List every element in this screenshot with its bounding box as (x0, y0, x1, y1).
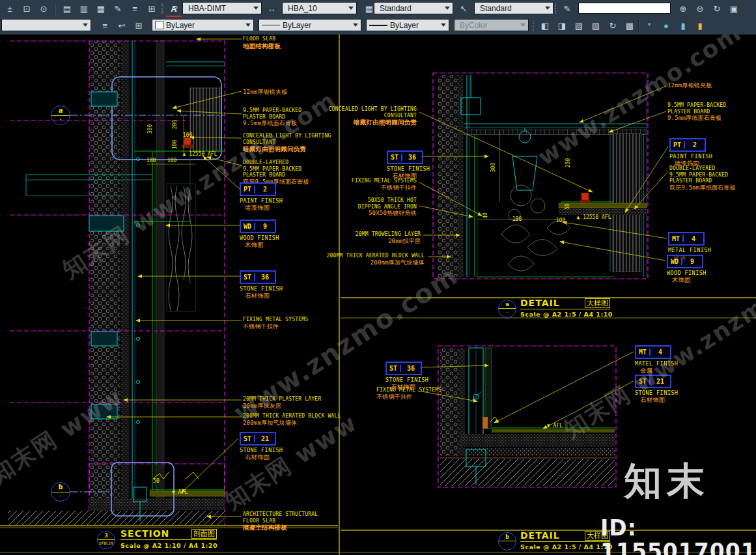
finish-tag-title: STONE FINISH (387, 165, 430, 172)
layer-state-icon-group: *●▮▮ (641, 19, 708, 33)
table-style-dropdown[interactable]: Standard (374, 2, 453, 14)
callout-note-line: 9.5mm厚纸面石膏板 (243, 120, 301, 127)
callout-note-n-fix-l: FIXING METAL SYSTEMS不锈钢干挂件 (243, 317, 308, 330)
callout-note-line: PLASTER BOARD (667, 109, 726, 115)
mleader-style-dropdown[interactable]: Standard (474, 2, 553, 14)
finish-tag-number: 4 (684, 235, 703, 242)
detail-b-title-marker: b - (498, 532, 516, 550)
layer-tools-icon-group: ◧◨▧▨↻▩ (537, 19, 638, 33)
group-save-icon[interactable]: ▣ (726, 2, 742, 16)
dim-style-dropdown[interactable]: HBA_10 (282, 2, 357, 14)
callout-note-line: FLOOR SLAB (243, 36, 281, 42)
lineweight-sample (369, 25, 387, 26)
unlock-icon[interactable]: ▮ (692, 19, 708, 33)
freeze-icon[interactable]: * (641, 19, 657, 33)
finish-tag-title: STONE FINISH (240, 447, 283, 453)
tool-palettes-icon[interactable]: ▤ (59, 2, 75, 16)
command-input[interactable] (578, 3, 671, 14)
callout-note-line: FIXING METAL SYSTEMS (243, 317, 308, 323)
callout-note-line: 200mm厚加气块墙体 (327, 259, 425, 266)
toolbar-grip[interactable] (161, 3, 165, 14)
section-scale: Scale @ A2 1:10 / A4 1:20 (120, 542, 217, 549)
callout-note-line: 200MM THICK AERATED BLOCK WALL (327, 253, 425, 259)
annotation-icon[interactable]: ✎ (559, 2, 575, 16)
layer-translate-icon[interactable]: ≡ (127, 2, 143, 16)
finish-tag-subtitle: 墙漆饰面 (240, 204, 283, 211)
toolbar-grip[interactable] (555, 3, 558, 14)
callout-note-line: 暗藏灯由照明顾问负责 (329, 119, 417, 126)
finish-tag-t-st36-l: ST36STONE FINISH石材饰面 (240, 270, 283, 299)
finish-tag-number: 4 (651, 349, 670, 356)
finish-tag-box: PT2 (669, 138, 706, 152)
dimension-text-d-50-a: 50 (565, 203, 570, 210)
finish-tag-code: ST (387, 365, 401, 372)
lightbulb-icon[interactable]: ● (658, 19, 674, 33)
finish-tag-code: MT (636, 349, 651, 356)
zoom-object-icon[interactable]: ⊙ (36, 2, 51, 16)
sheet-set-manager-icon[interactable]: ▥ (76, 2, 92, 16)
finish-tag-box: ST36 (240, 270, 276, 284)
color-value: ByLayer (163, 21, 244, 30)
layer-isolate-icon[interactable]: ◧ (537, 19, 553, 33)
finish-tag-box: ST36 (385, 362, 422, 375)
linetype-dropdown[interactable]: ByLayer (259, 19, 361, 31)
callout-note-line: 20MM TROWELING LAYER (356, 231, 421, 238)
finish-tag-t-pt2-a: PT2PAINT FINISH墙漆饰面 (669, 138, 712, 167)
drawing-canvas[interactable]: FLOOR SLAB地面结构楼板12mm厚银镜夹板9.5MM PAPER-BAC… (0, 35, 756, 555)
finish-tag-t-wd9-l: WD9WOOD FINISH木饰面 (240, 220, 279, 248)
dim-style-icon[interactable]: ↔ (264, 2, 279, 16)
group-create-icon[interactable]: ⊕ (675, 2, 691, 16)
layer-previous-icon[interactable]: ↩ (114, 19, 130, 33)
make-current-icon[interactable]: ▩ (622, 19, 637, 33)
dimension-text-d-afl-bot-l: ▼ AFL (172, 489, 188, 495)
layer-off-icon[interactable]: ▨ (588, 19, 604, 33)
finish-tag-t-st36-a: ST36STONE FINISH石材饰面 (387, 150, 430, 179)
plant-decoration (501, 185, 570, 271)
finish-tag-number: 36 (401, 365, 421, 372)
callout-note-n-angle-a: 50X50 THICK HOTDIPPING ANGLE IRON50X50热镀… (358, 197, 417, 217)
detail-b-scale: Scale @ A2 1:5 / A4 1:10 (520, 543, 613, 550)
finish-tag-title: MATEL FINISH (635, 360, 678, 367)
finish-tag-title: WOOD FINISH (667, 270, 707, 276)
callout-note-n-arch-l: ARCHITECTURE STRUCTURALFLOOR SLAB混凝土结构楼板 (243, 511, 318, 531)
mleader-style-icon[interactable]: ↖ (456, 2, 471, 16)
finish-tag-caption: WOOD FINISH木饰面 (240, 235, 279, 248)
layer-states-icon[interactable]: ⊞ (131, 19, 147, 33)
chevron-down-icon (545, 7, 550, 10)
layer-properties-icon[interactable]: ≡ (97, 19, 113, 33)
group-remove-icon[interactable]: ⊖ (692, 2, 708, 16)
toolbar-grip[interactable] (533, 21, 536, 31)
dimension-text-d-100c-l: 100 (167, 158, 176, 164)
quick-calc-icon[interactable]: ⊞ (144, 2, 160, 16)
finish-tag-subtitle: 木饰面 (667, 276, 707, 283)
callout-note-n-light-a: CONCEALED LIGHT BY LIGHTINGCONSULTANT暗藏灯… (329, 106, 417, 126)
markup-set-manager-icon[interactable]: ✎ (110, 2, 126, 16)
blocks-palette-icon[interactable]: ▦ (93, 2, 109, 16)
dimension-text-d-250-a: 250 (565, 158, 571, 167)
layer-freeze-icon[interactable]: ▧ (571, 19, 587, 33)
color-dropdown[interactable]: ByLayer (152, 19, 254, 31)
layer-unisolate-icon[interactable]: ◨ (554, 19, 570, 33)
text-style-icon[interactable]: A (166, 2, 182, 17)
callout-note-line: 50X50 THICK HOT (358, 197, 417, 204)
callout-note-line: 9.5MM PAPER-BACKED (243, 107, 301, 114)
text-style-dropdown[interactable]: HBA-DIMT (182, 2, 262, 14)
callout-note-line: 12mm厚银镜夹板 (243, 89, 287, 96)
lock-icon[interactable]: ▮ (675, 19, 691, 33)
callout-note-n-mirror-a: 12mm厚银镜夹板 (667, 82, 712, 89)
callout-note-line: CONSULTANT (243, 139, 331, 146)
brand-watermark: 知末 (624, 461, 710, 500)
group-edit-icon[interactable]: ↻ (709, 2, 725, 16)
plot-style-dropdown: ByColor (454, 19, 529, 31)
callout-note-line: 9.5mm厚纸面石膏板 (667, 115, 726, 122)
finish-tag-subtitle: 墙漆饰面 (669, 160, 712, 167)
layer-match-icon[interactable]: ↻ (605, 19, 621, 33)
finish-tag-box: WD9 (240, 220, 276, 233)
lineweight-dropdown[interactable]: ByLayer (366, 19, 449, 31)
zoom-window-icon[interactable]: ⊡ (19, 2, 35, 16)
layer-filter-dropdown[interactable] (1, 19, 91, 31)
zoom-scale-icon[interactable]: ± (2, 2, 18, 16)
section-view-linework (8, 40, 225, 525)
color-swatch (155, 21, 163, 29)
finish-tag-number: 36 (255, 274, 275, 281)
